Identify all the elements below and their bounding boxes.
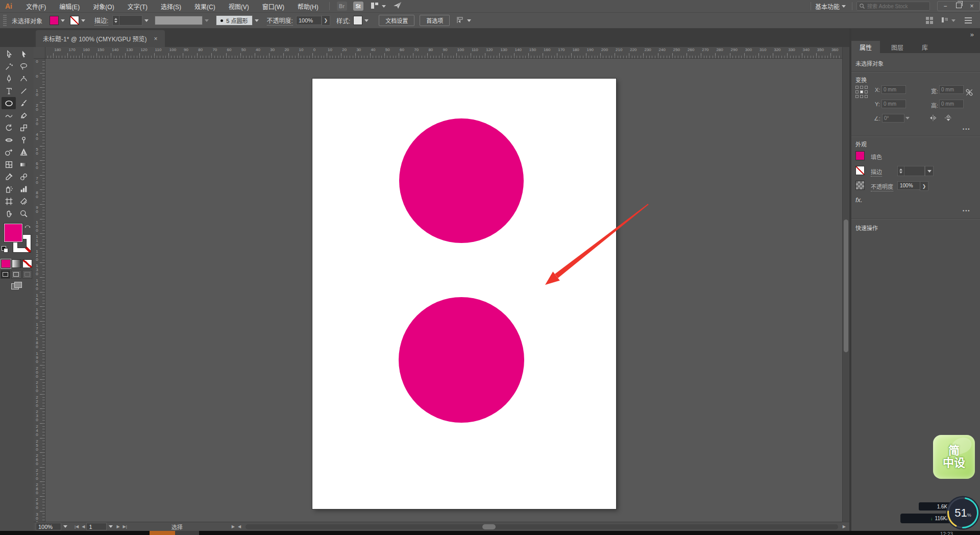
chevron-down-icon[interactable] (81, 19, 85, 22)
opacity-input[interactable] (296, 16, 322, 25)
brush-definition-dropdown[interactable]: 5 点圆形 (216, 15, 252, 26)
share-button[interactable] (393, 2, 402, 11)
tab-close-icon[interactable]: × (154, 35, 158, 42)
eyedropper-tool[interactable] (2, 171, 16, 183)
percent-ring-badge[interactable]: 51 % (946, 496, 980, 530)
fill-color-swatch[interactable] (50, 16, 59, 25)
flip-vertical-icon[interactable] (944, 114, 952, 123)
menu-item-文字(T)[interactable]: 文字(T) (128, 2, 148, 11)
panel-fill-swatch[interactable] (855, 151, 865, 160)
stroke-color-swatch[interactable] (70, 16, 79, 25)
zoom-level-input[interactable] (36, 523, 61, 530)
blend-tool[interactable] (16, 171, 31, 183)
chevron-down-icon[interactable] (951, 19, 955, 22)
panel-stroke-stepper[interactable] (897, 166, 925, 176)
artboard-number-input[interactable] (86, 523, 107, 530)
pen-tool[interactable] (2, 72, 16, 85)
menu-item-文件(F)[interactable]: 文件(F) (26, 2, 46, 11)
preferences-button[interactable]: 首选项 (420, 15, 450, 26)
tab-libraries[interactable]: 库 (915, 41, 935, 53)
vertical-scrollbar[interactable] (842, 47, 850, 522)
hand-tool[interactable] (2, 207, 16, 220)
menu-item-选择(S)[interactable]: 选择(S) (161, 2, 181, 11)
stock-button[interactable]: St (353, 2, 363, 11)
collapse-panels-icon[interactable]: » (970, 31, 974, 38)
link-dimensions-icon[interactable] (965, 88, 974, 99)
arrange-documents-button[interactable] (371, 2, 379, 11)
type-tool[interactable] (2, 85, 16, 97)
last-artboard-button[interactable]: ▶| (123, 524, 127, 529)
align-options[interactable] (456, 16, 465, 26)
canvas-circle-1[interactable] (399, 118, 524, 243)
restore-button[interactable] (952, 3, 965, 10)
horizontal-scrollbar[interactable] (246, 524, 838, 529)
none-button[interactable] (22, 259, 32, 268)
previous-artboard-button[interactable]: ◀ (82, 524, 85, 529)
width-profile-dropdown[interactable] (155, 16, 203, 25)
puppet-warp-tool[interactable] (16, 134, 31, 146)
scroll-right-arrow[interactable]: ▶ (843, 524, 846, 529)
width-input[interactable] (939, 85, 964, 94)
column-graph-tool[interactable] (16, 183, 31, 195)
canvas-circle-2[interactable] (399, 297, 524, 423)
opacity-label[interactable]: 不透明度: (267, 16, 293, 26)
stroke-weight-stepper[interactable] (112, 15, 142, 26)
flip-horizontal-icon[interactable] (929, 114, 937, 123)
chevron-down-icon[interactable] (842, 5, 846, 8)
menu-item-效果(C)[interactable]: 效果(C) (194, 2, 215, 11)
menu-item-帮助(H)[interactable]: 帮助(H) (298, 2, 318, 11)
document-setup-button[interactable]: 文档设置 (379, 15, 414, 26)
panel-grip[interactable] (3, 15, 7, 26)
status-popup-arrow[interactable]: ▶ (232, 524, 235, 529)
stroke-weight-label[interactable]: 描边: (94, 16, 108, 26)
curvature-tool[interactable] (16, 72, 31, 85)
menu-item-对象(O)[interactable]: 对象(O) (93, 2, 114, 11)
tab-properties[interactable]: 属性 (851, 41, 880, 53)
chevron-down-icon[interactable] (144, 19, 149, 22)
swap-fill-stroke-icon[interactable] (24, 224, 31, 230)
chevron-down-icon[interactable] (61, 19, 65, 22)
lasso-tool[interactable] (16, 60, 31, 72)
panel-stroke-units-dropdown[interactable] (925, 166, 934, 176)
horizontal-scrollbar-thumb[interactable] (482, 524, 496, 529)
ellipse-tool[interactable] (2, 97, 16, 109)
height-input[interactable] (939, 100, 964, 108)
chevron-down-icon[interactable] (205, 19, 209, 22)
style-swatch[interactable] (353, 16, 362, 25)
default-fill-stroke-icon[interactable] (2, 246, 8, 252)
slice-tool[interactable] (16, 195, 31, 207)
shape-builder-tool[interactable] (2, 146, 16, 158)
first-artboard-button[interactable]: |◀ (75, 524, 79, 529)
document-tab[interactable]: 未标题-1* @ 100% (CMYK/GPU 预览) × (36, 30, 165, 47)
zoom-tool[interactable] (16, 207, 31, 220)
angle-input[interactable] (882, 114, 904, 123)
dock-panel-button[interactable] (941, 16, 949, 25)
chevron-down-icon[interactable] (63, 525, 67, 528)
search-input[interactable] (856, 2, 930, 11)
panel-fill-label[interactable]: 填色 (871, 153, 882, 161)
panel-stroke-swatch[interactable] (855, 166, 865, 175)
artboard-tool[interactable] (2, 195, 16, 207)
draw-inside-button[interactable] (22, 270, 32, 279)
next-artboard-button[interactable]: ▶ (116, 524, 119, 529)
perspective-grid-tool[interactable] (16, 146, 31, 158)
workspace-switcher[interactable]: 基本功能 (815, 2, 840, 11)
opacity-checker-icon[interactable] (855, 181, 865, 190)
stepper-arrows[interactable] (113, 16, 119, 25)
chevron-down-icon[interactable] (467, 19, 471, 22)
close-button[interactable]: × (965, 3, 978, 10)
rotate-tool[interactable] (2, 121, 16, 134)
scale-tool[interactable] (16, 121, 31, 134)
fill-swatch[interactable] (4, 224, 22, 242)
draw-normal-button[interactable] (1, 270, 10, 279)
fx-button[interactable]: fx. (855, 196, 863, 204)
line-segment-tool[interactable] (16, 85, 31, 97)
tab-layers[interactable]: 图层 (883, 41, 912, 53)
eraser-tool[interactable] (16, 109, 31, 121)
menu-list-icon[interactable] (965, 17, 972, 23)
panel-stroke-label[interactable]: 描边 (871, 167, 882, 177)
chevron-down-icon[interactable] (382, 5, 386, 8)
gradient-button[interactable] (12, 259, 21, 268)
mesh-tool[interactable] (2, 158, 16, 171)
vertical-scrollbar-thumb[interactable] (844, 220, 848, 352)
